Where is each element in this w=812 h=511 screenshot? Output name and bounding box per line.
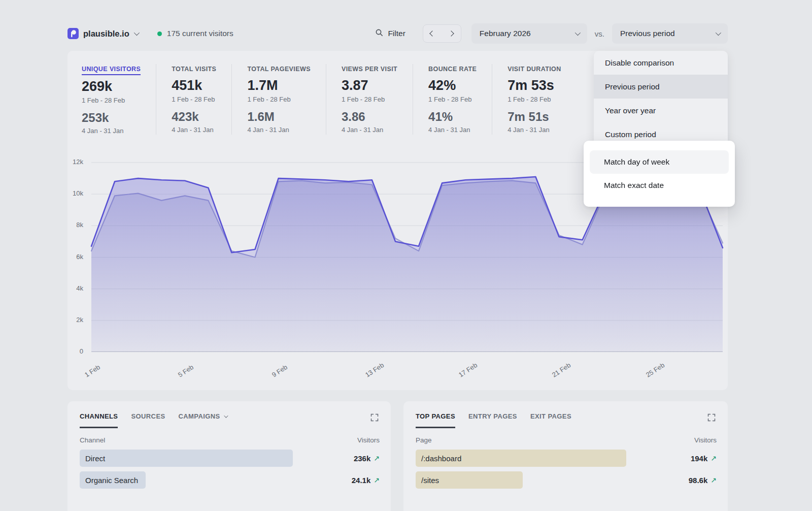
match-popup: Match day of week Match exact date bbox=[584, 141, 735, 207]
menu-item-match-exact-date[interactable]: Match exact date bbox=[590, 174, 729, 197]
dim-overlay bbox=[0, 0, 812, 511]
menu-item-match-day-of-week[interactable]: Match day of week bbox=[590, 150, 729, 174]
